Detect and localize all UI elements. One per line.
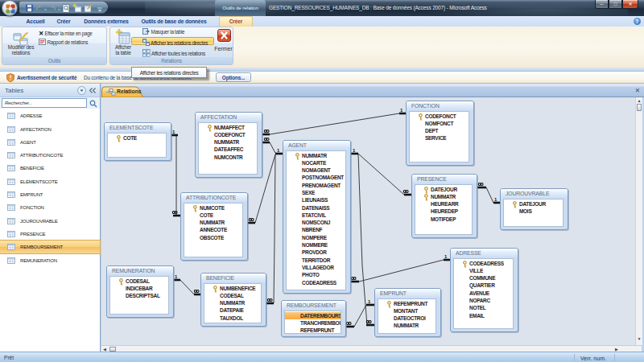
svg-text:1: 1 (444, 254, 448, 259)
svg-text:1: 1 (368, 299, 371, 304)
svg-text:1: 1 (494, 197, 497, 202)
svg-text:1: 1 (353, 148, 356, 153)
svg-text:1: 1 (175, 274, 178, 279)
svg-text:1: 1 (400, 108, 403, 113)
svg-text:1: 1 (172, 130, 175, 134)
svg-text:1: 1 (277, 148, 280, 153)
